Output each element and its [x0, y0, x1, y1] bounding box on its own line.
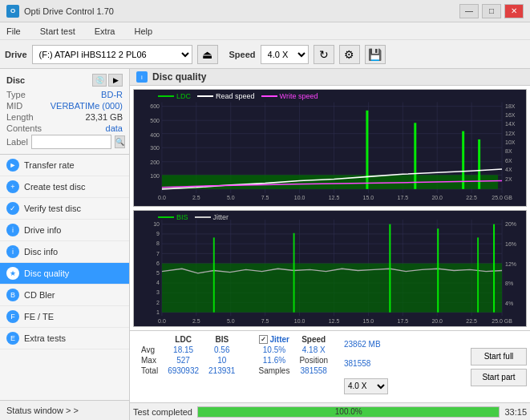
- settings-button[interactable]: ⚙: [339, 45, 360, 64]
- svg-text:500: 500: [150, 118, 160, 124]
- legend-ldc-label: LDC: [176, 92, 191, 100]
- svg-text:18X: 18X: [505, 103, 516, 110]
- disc-contents-label: Contents: [6, 123, 42, 133]
- nav-fe-te[interactable]: F FE / TE: [0, 306, 129, 328]
- drive-select[interactable]: (F:) ATAPI iHBS112 2 PL06: [32, 45, 192, 64]
- eject-button[interactable]: ⏏: [197, 45, 218, 64]
- max-ldc: 527: [163, 355, 204, 365]
- nav-cd-bler[interactable]: B CD Bler: [0, 285, 129, 306]
- samples-display: 381558: [344, 359, 370, 368]
- svg-text:20.0: 20.0: [431, 317, 443, 324]
- stats-inner: LDC BIS ✓ Jitter Speed: [130, 331, 530, 402]
- close-button[interactable]: ✕: [504, 4, 524, 18]
- menu-help[interactable]: Help: [131, 25, 156, 38]
- save-button[interactable]: 💾: [365, 45, 386, 64]
- disc-icon-2[interactable]: ▶: [108, 74, 123, 87]
- nav-icon-transfer-rate: ►: [6, 159, 19, 172]
- disc-length-field: Length 23,31 GB: [6, 112, 123, 122]
- svg-text:12.5: 12.5: [329, 317, 340, 324]
- nav-disc-quality[interactable]: ★ Disc quality: [0, 263, 129, 285]
- svg-rect-47: [414, 123, 416, 189]
- svg-text:4%: 4%: [505, 299, 513, 306]
- ldc-chart-svg: 600 500 400 300 200 100 18X 16X 14X 12X …: [134, 90, 526, 206]
- nav-extra-tests[interactable]: E Extra tests: [0, 328, 129, 349]
- svg-text:5.0: 5.0: [227, 317, 235, 324]
- svg-text:1: 1: [156, 308, 160, 315]
- stats-table: LDC BIS ✓ Jitter Speed: [130, 331, 339, 402]
- svg-text:7.5: 7.5: [261, 317, 269, 324]
- speed-label: Speed: [229, 50, 256, 59]
- maximize-button[interactable]: □: [482, 4, 501, 18]
- disc-mid-value: VERBATIMe (000): [51, 101, 123, 111]
- svg-text:5.0: 5.0: [227, 195, 235, 201]
- svg-text:17.5: 17.5: [398, 195, 409, 201]
- refresh-button[interactable]: ↻: [314, 45, 334, 64]
- nav-transfer-rate[interactable]: ► Transfer rate: [0, 155, 129, 176]
- avg-label: Avg: [136, 345, 163, 355]
- legend-read-speed: Read speed: [197, 92, 255, 100]
- bis-chart-svg: 10 9 8 7 6 5 4 3 2 1 20% 16% 12% 8% 4%: [134, 211, 526, 327]
- bis-chart: BIS Jitter: [133, 210, 527, 328]
- nav-verify-test-disc[interactable]: ✓ Verify test disc: [0, 198, 129, 220]
- minimize-button[interactable]: —: [459, 4, 479, 18]
- legend-read-speed-label: Read speed: [216, 92, 255, 100]
- legend-bis: BIS: [158, 213, 188, 221]
- svg-text:6X: 6X: [505, 158, 512, 164]
- svg-text:100: 100: [150, 173, 160, 180]
- menu-extra[interactable]: Extra: [91, 25, 119, 38]
- app-title: Opti Drive Control 1.70: [24, 6, 114, 16]
- nav-create-test-disc[interactable]: + Create test disc: [0, 176, 129, 198]
- speed-select[interactable]: 4.0 X 1.0 X 2.0 X 8.0 X: [261, 45, 309, 64]
- time-display: 33:15: [504, 407, 527, 417]
- disc-icon-1[interactable]: 💿: [92, 74, 107, 87]
- disc-length-label: Length: [6, 112, 34, 122]
- disc-label-icon[interactable]: 🔍: [115, 135, 125, 148]
- status-window-button[interactable]: Status window > >: [0, 400, 129, 420]
- quality-header-text: Disc quality: [152, 71, 206, 83]
- svg-text:8%: 8%: [505, 280, 513, 287]
- disc-label-input[interactable]: [31, 135, 111, 149]
- svg-text:8: 8: [156, 239, 160, 246]
- menu-bar: File Start test Extra Help: [0, 22, 530, 40]
- start-full-button[interactable]: Start full: [471, 348, 527, 365]
- main-layout: Disc 💿 ▶ Type BD-R MID VERBATIMe (000) L…: [0, 69, 530, 420]
- disc-icons: 💿 ▶: [92, 74, 123, 87]
- svg-text:12%: 12%: [505, 260, 516, 267]
- nav-disc-info[interactable]: i Disc info: [0, 241, 129, 263]
- svg-text:22.5: 22.5: [466, 195, 477, 201]
- disc-contents-value: data: [106, 123, 123, 133]
- nav-drive-info[interactable]: i Drive info: [0, 220, 129, 241]
- svg-text:4X: 4X: [505, 167, 512, 173]
- nav-label-fe-te: FE / TE: [24, 312, 54, 321]
- max-label: Max: [136, 355, 163, 365]
- avg-speed: 4.18 X: [294, 345, 333, 355]
- samples-value: 381558: [294, 365, 333, 376]
- svg-text:400: 400: [150, 132, 160, 139]
- disc-label-label: Label: [6, 137, 28, 147]
- start-part-button[interactable]: Start part: [471, 369, 527, 386]
- stats-row: LDC BIS ✓ Jitter Speed: [130, 330, 530, 402]
- svg-text:200: 200: [150, 160, 160, 166]
- speed-select-stats[interactable]: 4.0 X: [344, 378, 388, 394]
- svg-text:10.0: 10.0: [294, 195, 305, 201]
- avg-bis: 0.56: [204, 345, 240, 355]
- svg-text:25.0 GB: 25.0 GB: [492, 317, 512, 324]
- nav-icon-drive-info: i: [6, 224, 19, 236]
- svg-text:15.0: 15.0: [363, 195, 374, 201]
- jitter-checkbox[interactable]: ✓: [259, 335, 268, 344]
- charts-area: LDC Read speed Write speed: [130, 86, 530, 330]
- svg-text:16X: 16X: [505, 112, 516, 119]
- menu-file[interactable]: File: [3, 25, 24, 38]
- menu-start-test[interactable]: Start test: [37, 25, 79, 38]
- col-jitter: ✓ Jitter: [254, 334, 295, 345]
- ldc-chart: LDC Read speed Write speed: [133, 89, 527, 207]
- svg-text:10.0: 10.0: [294, 317, 305, 324]
- legend-bis-label: BIS: [176, 213, 188, 221]
- samples-row: 381558: [344, 359, 463, 368]
- svg-rect-48: [462, 131, 464, 189]
- nav-label-transfer-rate: Transfer rate: [24, 160, 75, 170]
- position-row: 23862 MB: [344, 340, 463, 349]
- svg-text:0.0: 0.0: [158, 195, 166, 201]
- total-label: Total: [136, 365, 163, 376]
- svg-text:0.0: 0.0: [158, 317, 166, 324]
